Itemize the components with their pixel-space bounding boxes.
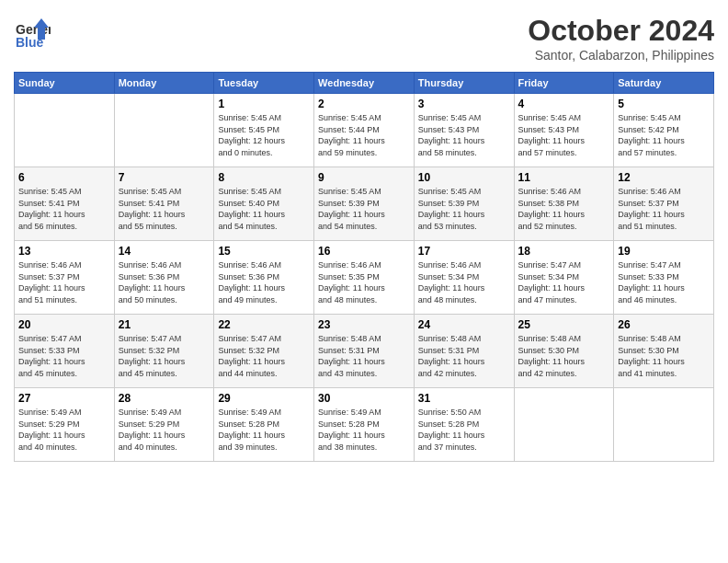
day-info: Sunrise: 5:46 AM Sunset: 5:36 PM Dayligh…	[119, 259, 210, 305]
logo: General Blue	[14, 14, 55, 51]
day-number: 24	[418, 318, 510, 331]
day-info: Sunrise: 5:49 AM Sunset: 5:28 PM Dayligh…	[218, 407, 310, 453]
day-number: 26	[618, 318, 710, 331]
day-number: 2	[318, 98, 410, 110]
day-of-week-header: Saturday	[614, 73, 714, 94]
day-info: Sunrise: 5:45 AM Sunset: 5:45 PM Dayligh…	[218, 112, 310, 158]
day-number: 25	[518, 318, 610, 331]
day-info: Sunrise: 5:45 AM Sunset: 5:39 PM Dayligh…	[318, 186, 410, 232]
day-number: 28	[119, 392, 210, 405]
day-info: Sunrise: 5:46 AM Sunset: 5:37 PM Dayligh…	[618, 186, 710, 232]
day-info: Sunrise: 5:45 AM Sunset: 5:43 PM Dayligh…	[518, 112, 610, 158]
day-info: Sunrise: 5:48 AM Sunset: 5:30 PM Dayligh…	[618, 333, 710, 379]
calendar-cell: 16Sunrise: 5:46 AM Sunset: 5:35 PM Dayli…	[314, 241, 415, 315]
day-number: 18	[518, 245, 610, 258]
day-number: 15	[218, 245, 310, 258]
day-info: Sunrise: 5:47 AM Sunset: 5:34 PM Dayligh…	[518, 259, 610, 305]
calendar-cell	[114, 94, 214, 167]
calendar-cell: 11Sunrise: 5:46 AM Sunset: 5:38 PM Dayli…	[514, 167, 614, 241]
calendar-cell: 13Sunrise: 5:46 AM Sunset: 5:37 PM Dayli…	[15, 241, 115, 315]
month-title: October 2024	[528, 14, 714, 48]
calendar-cell: 18Sunrise: 5:47 AM Sunset: 5:34 PM Dayli…	[514, 241, 614, 315]
page-header: General Blue October 2024 Santor, Calaba…	[14, 14, 714, 63]
calendar-cell: 31Sunrise: 5:50 AM Sunset: 5:28 PM Dayli…	[414, 388, 514, 462]
calendar-cell: 29Sunrise: 5:49 AM Sunset: 5:28 PM Dayli…	[214, 388, 314, 462]
calendar-cell: 15Sunrise: 5:46 AM Sunset: 5:36 PM Dayli…	[214, 241, 314, 315]
day-info: Sunrise: 5:45 AM Sunset: 5:39 PM Dayligh…	[418, 186, 510, 232]
calendar-cell: 9Sunrise: 5:45 AM Sunset: 5:39 PM Daylig…	[314, 167, 415, 241]
day-of-week-header: Friday	[514, 73, 614, 94]
day-info: Sunrise: 5:46 AM Sunset: 5:36 PM Dayligh…	[218, 259, 310, 305]
calendar-cell	[514, 388, 614, 462]
day-info: Sunrise: 5:45 AM Sunset: 5:44 PM Dayligh…	[318, 112, 410, 158]
calendar-cell: 6Sunrise: 5:45 AM Sunset: 5:41 PM Daylig…	[15, 167, 115, 241]
calendar-cell: 10Sunrise: 5:45 AM Sunset: 5:39 PM Dayli…	[414, 167, 514, 241]
day-of-week-header: Tuesday	[214, 73, 314, 94]
day-number: 8	[218, 171, 310, 184]
day-info: Sunrise: 5:45 AM Sunset: 5:42 PM Dayligh…	[618, 112, 710, 158]
day-number: 11	[518, 171, 610, 184]
day-info: Sunrise: 5:47 AM Sunset: 5:33 PM Dayligh…	[618, 259, 710, 305]
day-number: 10	[418, 171, 510, 184]
calendar-cell: 12Sunrise: 5:46 AM Sunset: 5:37 PM Dayli…	[614, 167, 714, 241]
calendar-cell: 27Sunrise: 5:49 AM Sunset: 5:29 PM Dayli…	[15, 388, 115, 462]
calendar-cell: 5Sunrise: 5:45 AM Sunset: 5:42 PM Daylig…	[614, 94, 714, 167]
calendar-cell: 14Sunrise: 5:46 AM Sunset: 5:36 PM Dayli…	[114, 241, 214, 315]
calendar-cell	[15, 94, 115, 167]
logo-icon: General Blue	[14, 14, 51, 51]
day-number: 27	[18, 392, 110, 405]
calendar-cell: 4Sunrise: 5:45 AM Sunset: 5:43 PM Daylig…	[514, 94, 614, 167]
day-info: Sunrise: 5:45 AM Sunset: 5:41 PM Dayligh…	[18, 186, 110, 232]
day-info: Sunrise: 5:47 AM Sunset: 5:33 PM Dayligh…	[18, 333, 110, 379]
day-info: Sunrise: 5:49 AM Sunset: 5:29 PM Dayligh…	[119, 407, 210, 453]
day-number: 4	[518, 98, 610, 110]
calendar-cell: 26Sunrise: 5:48 AM Sunset: 5:30 PM Dayli…	[614, 315, 714, 388]
calendar-cell: 3Sunrise: 5:45 AM Sunset: 5:43 PM Daylig…	[414, 94, 514, 167]
calendar-cell: 19Sunrise: 5:47 AM Sunset: 5:33 PM Dayli…	[614, 241, 714, 315]
calendar-cell: 30Sunrise: 5:49 AM Sunset: 5:28 PM Dayli…	[314, 388, 415, 462]
day-number: 21	[119, 318, 210, 331]
day-info: Sunrise: 5:50 AM Sunset: 5:28 PM Dayligh…	[418, 407, 510, 453]
day-number: 16	[318, 245, 410, 258]
calendar-cell	[614, 388, 714, 462]
calendar-cell: 22Sunrise: 5:47 AM Sunset: 5:32 PM Dayli…	[214, 315, 314, 388]
day-info: Sunrise: 5:47 AM Sunset: 5:32 PM Dayligh…	[218, 333, 310, 379]
calendar-cell: 8Sunrise: 5:45 AM Sunset: 5:40 PM Daylig…	[214, 167, 314, 241]
day-info: Sunrise: 5:45 AM Sunset: 5:40 PM Dayligh…	[218, 186, 310, 232]
day-number: 17	[418, 245, 510, 258]
day-info: Sunrise: 5:46 AM Sunset: 5:34 PM Dayligh…	[418, 259, 510, 305]
day-info: Sunrise: 5:46 AM Sunset: 5:35 PM Dayligh…	[318, 259, 410, 305]
day-number: 19	[618, 245, 710, 258]
calendar-week-row: 20Sunrise: 5:47 AM Sunset: 5:33 PM Dayli…	[15, 315, 714, 388]
calendar-week-row: 27Sunrise: 5:49 AM Sunset: 5:29 PM Dayli…	[15, 388, 714, 462]
calendar-table: SundayMondayTuesdayWednesdayThursdayFrid…	[14, 72, 714, 462]
calendar-cell: 24Sunrise: 5:48 AM Sunset: 5:31 PM Dayli…	[414, 315, 514, 388]
day-info: Sunrise: 5:45 AM Sunset: 5:41 PM Dayligh…	[119, 186, 210, 232]
day-number: 7	[119, 171, 210, 184]
title-section: October 2024 Santor, Calabarzon, Philipp…	[528, 14, 714, 63]
day-number: 6	[18, 171, 110, 184]
calendar-cell: 23Sunrise: 5:48 AM Sunset: 5:31 PM Dayli…	[314, 315, 415, 388]
calendar-week-row: 6Sunrise: 5:45 AM Sunset: 5:41 PM Daylig…	[15, 167, 714, 241]
day-info: Sunrise: 5:48 AM Sunset: 5:31 PM Dayligh…	[418, 333, 510, 379]
calendar-body: 1Sunrise: 5:45 AM Sunset: 5:45 PM Daylig…	[15, 94, 714, 462]
day-info: Sunrise: 5:47 AM Sunset: 5:32 PM Dayligh…	[119, 333, 210, 379]
day-number: 9	[318, 171, 410, 184]
day-number: 22	[218, 318, 310, 331]
day-info: Sunrise: 5:48 AM Sunset: 5:31 PM Dayligh…	[318, 333, 410, 379]
calendar-cell: 25Sunrise: 5:48 AM Sunset: 5:30 PM Dayli…	[514, 315, 614, 388]
calendar-cell: 1Sunrise: 5:45 AM Sunset: 5:45 PM Daylig…	[214, 94, 314, 167]
day-of-week-header: Sunday	[15, 73, 115, 94]
calendar-cell: 2Sunrise: 5:45 AM Sunset: 5:44 PM Daylig…	[314, 94, 415, 167]
day-number: 31	[418, 392, 510, 405]
calendar-cell: 28Sunrise: 5:49 AM Sunset: 5:29 PM Dayli…	[114, 388, 214, 462]
calendar-week-row: 13Sunrise: 5:46 AM Sunset: 5:37 PM Dayli…	[15, 241, 714, 315]
day-of-week-header: Thursday	[414, 73, 514, 94]
day-info: Sunrise: 5:49 AM Sunset: 5:28 PM Dayligh…	[318, 407, 410, 453]
calendar-cell: 20Sunrise: 5:47 AM Sunset: 5:33 PM Dayli…	[15, 315, 115, 388]
day-of-week-header: Wednesday	[314, 73, 415, 94]
day-info: Sunrise: 5:46 AM Sunset: 5:37 PM Dayligh…	[18, 259, 110, 305]
day-number: 1	[218, 98, 310, 110]
day-number: 29	[218, 392, 310, 405]
location-subtitle: Santor, Calabarzon, Philippines	[528, 48, 714, 63]
